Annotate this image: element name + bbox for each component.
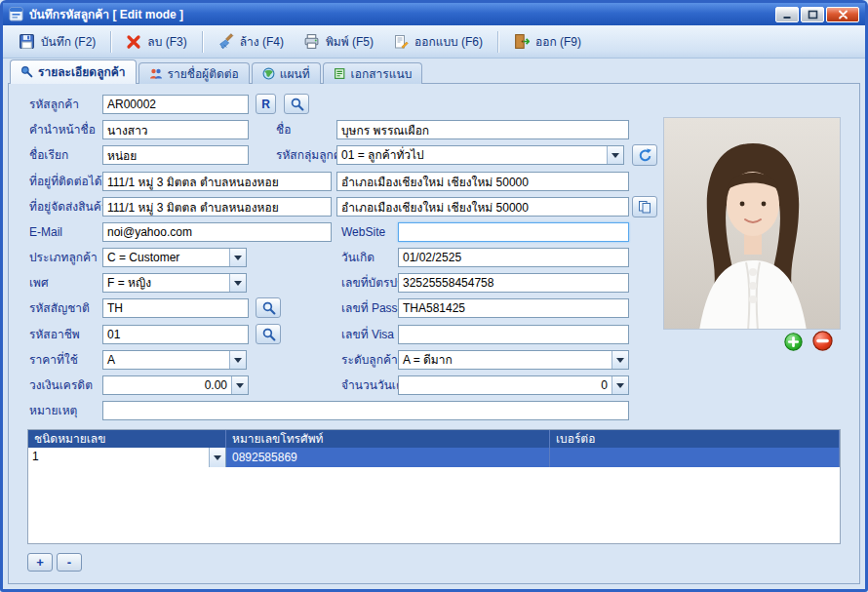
phone-type-dropdown-button[interactable] [209,448,225,467]
search-icon [261,300,276,315]
design-button[interactable]: ออกแบบ (F6) [383,27,493,56]
gender-select[interactable]: F = หญิง [102,273,247,293]
refresh-icon [638,148,652,163]
nickname-input[interactable] [102,145,249,165]
customer-group-value: 01 = ลูกค้าทั่วไป [337,146,607,164]
price-level-dropdown-button[interactable] [229,351,246,369]
phone-ext-cell[interactable] [550,448,840,467]
credit-days-field [398,375,629,395]
credit-limit-field [102,375,249,395]
nationality-input[interactable] [102,298,249,318]
save-label: บันทึก (F2) [41,32,96,51]
tab-map[interactable]: แผนที่ [252,62,321,84]
add-row-button[interactable]: + [27,553,53,572]
tab-attachments[interactable]: เอกสารแนบ [323,62,423,84]
phone-table-header: ชนิดหมายเลข หมายเลขโทรศัพท์ เบอร์ต่อ [28,430,840,448]
website-input[interactable] [398,222,629,242]
passport-input[interactable] [398,298,629,318]
name-input[interactable] [336,120,629,139]
occupation-label: รหัสอาชีพ [29,325,80,344]
credit-limit-dropdown-button[interactable] [231,376,248,394]
close-button[interactable] [826,7,859,22]
gender-label: เพศ [29,273,49,293]
chevron-down-icon [616,383,624,392]
nationality-search-button[interactable] [256,297,281,318]
phone-ext-header[interactable]: เบอร์ต่อ [550,430,840,448]
customer-record-window: บันทึกรหัสลูกค้า [ Edit mode ] บันทึก (F… [0,0,868,592]
contact-address-line2-input[interactable] [336,172,629,191]
shipping-address-line1-input[interactable] [102,197,332,217]
gender-dropdown-button[interactable] [229,274,246,292]
pin-icon [20,65,33,78]
customer-code-input[interactable] [102,95,249,114]
remove-row-button[interactable]: - [57,553,82,572]
price-level-value: A [103,351,229,369]
visa-input[interactable] [398,325,629,344]
toolbar-separator [110,31,111,53]
contact-address-label: ที่อยู่ที่ติดต่อได้ [29,172,101,191]
add-row-label: + [36,555,44,570]
email-label: E-Mail [29,222,62,242]
tab-map-label: แผนที่ [280,64,310,83]
exit-button[interactable]: ออก (F9) [503,27,591,56]
chevron-down-icon [214,455,221,464]
id-card-input[interactable] [398,273,629,293]
contact-address-line1-input[interactable] [102,172,332,191]
save-icon [19,33,35,50]
customer-search-button[interactable] [284,94,309,114]
chevron-down-icon [234,256,242,264]
delete-label: ลบ (F3) [147,32,186,51]
tab-customer-details[interactable]: รายละเอียดลูกค้า [10,59,137,84]
customer-type-value: C = Customer [103,249,229,266]
credit-days-input[interactable] [399,376,612,394]
refresh-group-button[interactable] [632,144,657,166]
titlebar: บันทึกรหัสลูกค้า [ Edit mode ] [3,3,865,25]
maximize-icon [808,10,818,20]
grade-dropdown-button[interactable] [612,351,628,369]
tabstrip: รายละเอียดลูกค้า รายชื่อผู้ติดต่อ แผนที่… [10,59,422,84]
customer-group-select[interactable]: 01 = ลูกค้าทั่วไป [336,145,624,165]
clear-button[interactable]: ล้าง (F4) [208,27,294,56]
toolbar-separator [202,31,203,53]
shipping-address-line2-input[interactable] [336,197,629,217]
nickname-label: ชื่อเรียก [29,145,68,165]
customer-photo [663,117,841,330]
phone-number-cell[interactable]: 0892585869 [226,448,550,467]
r-button[interactable]: R [256,94,276,114]
phone-table-row[interactable]: 1 0892585869 [28,448,840,467]
remove-photo-button[interactable] [812,331,833,351]
grade-label: ระดับลูกค้า [341,350,398,370]
window-title: บันทึกรหัสลูกค้า [ Edit mode ] [29,5,183,23]
chevron-down-icon [234,281,242,290]
tab-customer-details-label: รายละเอียดลูกค้า [38,62,126,81]
globe-icon [262,67,275,80]
add-photo-button[interactable] [784,333,803,351]
maximize-button[interactable] [801,7,824,22]
print-button[interactable]: พิมพ์ (F5) [294,27,383,56]
credit-limit-input[interactable] [103,376,231,394]
occupation-input[interactable] [102,325,249,344]
minimize-button[interactable] [775,7,799,22]
nationality-label: รหัสสัญชาติ [29,298,90,318]
credit-days-dropdown-button[interactable] [612,376,628,394]
remark-input[interactable] [102,401,629,420]
prefix-input[interactable] [102,120,249,139]
email-input[interactable] [102,222,332,242]
phone-number-header[interactable]: หมายเลขโทรศัพท์ [226,430,550,448]
save-button[interactable]: บันทึก (F2) [9,27,105,56]
tab-contacts[interactable]: รายชื่อผู้ติดต่อ [138,62,250,84]
plus-icon [784,333,803,351]
occupation-search-button[interactable] [256,324,281,344]
customer-type-select[interactable]: C = Customer [102,248,247,267]
birthdate-input[interactable] [398,248,629,267]
price-level-select[interactable]: A [102,350,247,370]
customer-type-dropdown-button[interactable] [229,249,246,266]
copy-address-button[interactable] [632,196,657,217]
grade-select[interactable]: A = ดีมาก [398,350,629,370]
phone-type-header[interactable]: ชนิดหมายเลข [28,430,226,448]
r-button-label: R [261,98,270,111]
customer-code-label: รหัสลูกค้า [29,95,79,114]
delete-button[interactable]: ลบ (F3) [116,27,196,56]
phone-type-select[interactable]: 1 [28,448,226,467]
customer-group-dropdown-button[interactable] [607,146,623,164]
